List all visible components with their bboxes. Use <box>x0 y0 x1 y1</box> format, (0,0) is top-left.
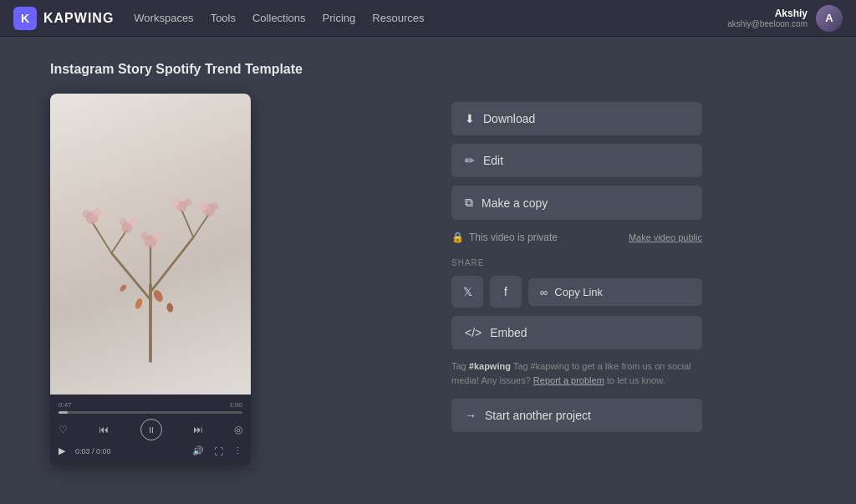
privacy-row: 🔒 This video is private Make video publi… <box>451 228 702 247</box>
logo-text: KAPWING <box>43 11 114 26</box>
svg-point-22 <box>140 232 148 239</box>
svg-point-21 <box>152 232 161 241</box>
user-info: Akshiy akshiy@beeloon.com <box>727 8 808 28</box>
project-title: Instagram Story Spotify Trend Template <box>50 62 418 77</box>
svg-point-24 <box>134 298 143 310</box>
pause-button[interactable]: ⏸ <box>140 419 162 440</box>
controls-row: ♡ ⏮ ⏸ ⏭ ◎ <box>59 419 242 440</box>
svg-point-25 <box>166 303 174 313</box>
right-panel: ⬇ Download ✏ Edit ⧉ Make a copy 🔒 This v… <box>451 62 702 479</box>
lock-icon: 🔒 <box>451 232 464 243</box>
svg-point-12 <box>129 217 138 227</box>
user-name: Akshiy <box>775 8 808 19</box>
video-preview-bg <box>50 94 251 395</box>
header: K KAPWING Workspaces Tools Collections P… <box>0 0 856 37</box>
fullscreen-icon[interactable]: ⛶ <box>214 446 223 456</box>
make-copy-label: Make a copy <box>482 196 548 210</box>
nav-pricing[interactable]: Pricing <box>323 12 356 24</box>
svg-point-19 <box>184 198 191 206</box>
svg-line-5 <box>193 214 209 237</box>
report-problem-link[interactable]: Report a problem <box>533 375 604 385</box>
time-display: 0:03 / 0:00 <box>75 447 182 456</box>
svg-point-15 <box>199 201 208 211</box>
share-row: 𝕏 f ∞ Copy Link <box>451 276 702 308</box>
embed-label: Embed <box>490 326 527 339</box>
svg-point-23 <box>152 288 166 303</box>
arrow-right-icon: → <box>465 409 476 422</box>
svg-point-18 <box>171 197 180 206</box>
nav-tools[interactable]: Tools <box>211 12 236 24</box>
left-panel: Instagram Story Spotify Trend Template <box>50 62 418 479</box>
twitter-button[interactable]: 𝕏 <box>451 276 483 308</box>
skip-back-icon[interactable]: ⏮ <box>99 424 109 435</box>
tag-text: Tag #kapwing Tag #kapwing to get a like … <box>451 359 702 387</box>
start-project-button[interactable]: → Start another project <box>451 399 702 432</box>
nav-workspaces[interactable]: Workspaces <box>134 12 193 24</box>
tree-illustration <box>75 144 226 378</box>
avatar[interactable]: A <box>816 5 843 32</box>
embed-icon: </> <box>465 326 482 339</box>
video-controls: 0:47 1:00 ♡ ⏮ ⏸ ⏭ ◎ ▶ 0:03 / 0:00 <box>50 395 251 465</box>
timestamp-left: 0:47 <box>59 401 72 409</box>
more-icon[interactable]: ⋮ <box>233 445 242 456</box>
skip-forward-icon[interactable]: ⏭ <box>193 424 203 435</box>
make-copy-button[interactable]: ⧉ Make a copy <box>451 186 702 220</box>
nav-resources[interactable]: Resources <box>372 12 424 24</box>
svg-line-2 <box>150 237 193 292</box>
heart-icon[interactable]: ♡ <box>59 424 68 435</box>
share-label: SHARE <box>451 258 702 267</box>
edit-button[interactable]: ✏ Edit <box>451 144 702 177</box>
download-label: Download <box>483 112 535 125</box>
svg-line-6 <box>181 210 193 237</box>
user-email: akshiy@beeloon.com <box>727 19 808 28</box>
progress-bar-fill <box>59 411 68 414</box>
edit-label: Edit <box>483 154 503 167</box>
download-button[interactable]: ⬇ Download <box>451 102 702 135</box>
twitter-icon: 𝕏 <box>463 285 472 298</box>
playback-row: ▶ 0:03 / 0:00 🔊 ⛶ ⋮ <box>59 444 242 458</box>
svg-line-3 <box>92 221 111 252</box>
main-content: Instagram Story Spotify Trend Template <box>0 37 856 504</box>
edit-icon: ✏ <box>465 154 475 167</box>
copy-link-button[interactable]: ∞ Copy Link <box>528 278 702 306</box>
header-right: Akshiy akshiy@beeloon.com A <box>727 5 843 32</box>
svg-point-13 <box>120 218 127 226</box>
start-project-label: Start another project <box>485 409 591 422</box>
nav-collections[interactable]: Collections <box>252 12 306 24</box>
embed-button[interactable]: </> Embed <box>451 316 702 349</box>
progress-bar[interactable] <box>59 411 242 414</box>
logo-icon: K <box>13 7 37 30</box>
svg-point-16 <box>211 202 218 210</box>
logo-area: K KAPWING <box>13 7 114 30</box>
svg-point-10 <box>83 210 90 217</box>
facebook-button[interactable]: f <box>490 276 522 308</box>
header-left: K KAPWING Workspaces Tools Collections P… <box>13 7 424 30</box>
privacy-text: 🔒 This video is private <box>451 232 558 243</box>
make-public-link[interactable]: Make video public <box>629 232 702 242</box>
svg-point-26 <box>119 283 127 293</box>
play-icon[interactable]: ▶ <box>59 445 65 456</box>
copy-icon: ⧉ <box>465 196 473 210</box>
nav-links: Workspaces Tools Collections Pricing Res… <box>134 12 424 24</box>
facebook-icon: f <box>504 285 507 298</box>
link-icon: ∞ <box>540 286 548 298</box>
video-preview <box>50 94 251 395</box>
svg-point-9 <box>93 208 102 217</box>
volume-small-icon[interactable]: 🔊 <box>192 445 204 456</box>
volume-icon[interactable]: ◎ <box>234 424 242 435</box>
svg-line-4 <box>111 230 127 253</box>
download-icon: ⬇ <box>465 112 475 125</box>
timestamp-right: 1:00 <box>229 401 242 409</box>
svg-line-1 <box>111 253 150 300</box>
video-container: 0:47 1:00 ♡ ⏮ ⏸ ⏭ ◎ ▶ 0:03 / 0:00 <box>50 94 251 465</box>
